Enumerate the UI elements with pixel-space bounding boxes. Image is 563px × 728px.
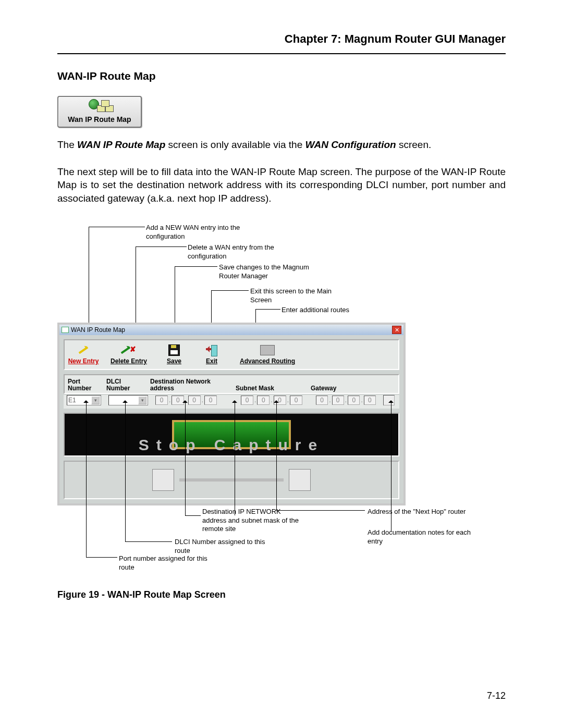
callout-exit: Exit this screen to the Main Screen [250, 287, 354, 304]
close-icon[interactable]: ✕ [392, 326, 401, 334]
callout-notes: Add documentation notes for each entry [368, 528, 472, 546]
titlebar: WAN IP Route Map ✕ [59, 325, 403, 335]
chevron-down-icon: ▾ [91, 396, 100, 404]
intro-paragraph: The WAN IP Route Map screen is only avai… [57, 138, 506, 152]
delete-entry-button[interactable]: ✘ Delete Entry [105, 343, 152, 365]
header-gateway: Gateway [311, 385, 371, 392]
new-entry-button[interactable]: New Entry [68, 343, 99, 365]
toolbar: New Entry ✘ Delete Entry Save Exit Advan… [64, 339, 399, 369]
gateway-field[interactable]: 0. 0. 0. 0 [316, 396, 376, 405]
x-icon: ✘ [130, 344, 136, 354]
network-icon [260, 345, 275, 355]
page-number: 7-12 [487, 689, 506, 702]
entry-row: E1 ▾ ▾ 0. 0. 0. 0 0. 0. 0. 0 0. 0. [64, 395, 399, 409]
column-headers: Port Number DLCI Number Destination Netw… [64, 374, 399, 394]
chevron-down-icon: ▾ [138, 396, 146, 404]
callout-destination-network: Destination IP NETWORK address and subne… [202, 508, 307, 533]
wan-ip-route-map-graphic [60, 100, 139, 113]
dlci-number-combo[interactable]: ▾ [108, 395, 148, 405]
callout-gateway: Address of the "Next Hop" router [368, 508, 466, 516]
header-mask: Subnet Mask [236, 385, 303, 392]
header-dlci: DLCI Number [106, 378, 143, 392]
figure-caption: Figure 19 - WAN-IP Route Map Screen [57, 588, 506, 601]
description-paragraph: The next step will be to fill data into … [57, 165, 506, 205]
save-button[interactable]: Save [158, 343, 190, 365]
header-dest: Destination Network address [150, 378, 228, 392]
computers-icon [97, 100, 113, 113]
decorative-banner-2 [64, 461, 399, 499]
floppy-icon [168, 344, 180, 356]
section-title: WAN-IP Route Map [57, 69, 506, 83]
figure-diagram: Add a NEW WAN entry into the configurati… [57, 218, 506, 573]
callout-save: Save changes to the Magnum Router Manage… [219, 263, 323, 280]
window-title: WAN IP Route Map [71, 326, 125, 334]
callout-port-number: Port number assigned for this route [119, 554, 223, 572]
exit-button[interactable]: Exit [196, 343, 227, 365]
callout-advanced: Enter additional routes [282, 306, 349, 314]
icon-button-label: Wan IP Route Map [60, 115, 139, 125]
advanced-routing-button[interactable]: Advanced Routing [234, 343, 301, 365]
window-icon [62, 327, 69, 333]
header-port: Port Number [68, 378, 99, 392]
wan-ip-route-map-icon-button[interactable]: Wan IP Route Map [57, 96, 142, 128]
wan-ip-route-map-window: WAN IP Route Map ✕ New Entry ✘ Delete En… [57, 323, 406, 505]
divider [57, 53, 506, 54]
callout-delete-entry: Delete a WAN entry from the configuratio… [188, 243, 292, 261]
exit-icon [206, 345, 217, 355]
callout-dlci-number: DLCI Number assigned to this route [175, 538, 279, 555]
destination-network-field[interactable]: 0. 0. 0. 0 [155, 396, 234, 405]
callout-new-entry: Add a NEW WAN entry into the configurati… [146, 224, 250, 241]
decorative-banner-1: Stop Capture [64, 413, 399, 456]
pencil-icon [121, 347, 131, 354]
chapter-title: Chapter 7: Magnum Router GUI Manager [57, 31, 506, 47]
pencil-icon [79, 347, 89, 354]
